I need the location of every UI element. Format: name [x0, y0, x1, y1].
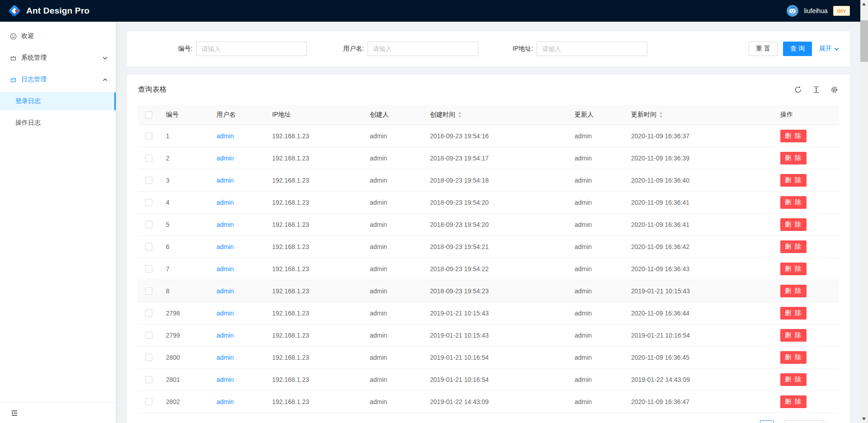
username-link[interactable]: admin: [217, 155, 234, 162]
row-checkbox[interactable]: [145, 221, 152, 228]
cell-creator: admin: [363, 169, 423, 191]
column-header-actions: 操作: [773, 105, 839, 125]
row-checkbox[interactable]: [145, 177, 152, 184]
id-input[interactable]: [196, 42, 307, 56]
cell-id: 2799: [159, 324, 209, 346]
scrollbar-up-arrow-icon[interactable]: [862, 3, 866, 5]
row-checkbox[interactable]: [145, 287, 152, 295]
page-scrollbar[interactable]: [860, 0, 868, 423]
username-link[interactable]: admin: [217, 132, 234, 140]
username-link[interactable]: admin: [217, 177, 234, 184]
header-username[interactable]: liufeihua: [804, 7, 827, 14]
menu-fold-icon[interactable]: [11, 409, 18, 417]
delete-button[interactable]: 删 除: [780, 395, 807, 408]
row-checkbox[interactable]: [145, 376, 152, 383]
expand-link[interactable]: 展开: [819, 45, 839, 53]
column-header-id: 编号: [159, 105, 209, 125]
sidebar-item-label: 系统管理: [21, 54, 47, 62]
cell-actions: 删 除: [773, 147, 839, 169]
cell-ip: 192.168.1.23: [265, 125, 363, 147]
scrollbar-down-arrow-icon[interactable]: [862, 418, 866, 420]
settings-gear-icon[interactable]: [830, 86, 838, 94]
delete-button[interactable]: 删 除: [780, 196, 807, 209]
main-layout: 欢迎 系统管理: [0, 22, 868, 423]
delete-button[interactable]: 删 除: [780, 351, 807, 364]
row-checkbox[interactable]: [145, 354, 152, 361]
row-checkbox-cell: [138, 368, 159, 390]
row-checkbox[interactable]: [145, 132, 152, 140]
sidebar-item-system-management[interactable]: 系统管理: [0, 49, 116, 67]
user-avatar[interactable]: [787, 5, 798, 17]
logo[interactable]: Ant Design Pro: [7, 4, 90, 18]
cell-ip: 192.168.1.23: [265, 213, 363, 235]
reset-button[interactable]: 重 置: [749, 42, 778, 56]
sort-carets-icon[interactable]: [659, 112, 663, 118]
query-button[interactable]: 查 询: [783, 42, 812, 56]
delete-button[interactable]: 删 除: [780, 285, 807, 297]
cell-creator: admin: [363, 213, 423, 235]
username-link[interactable]: admin: [217, 354, 234, 361]
data-table: 编号 用户名 IP地址 创建人 创建时间: [138, 105, 839, 413]
sidebar-item-operation-log[interactable]: 操作日志: [0, 114, 116, 132]
cell-actions: 删 除: [773, 280, 839, 302]
sort-carets-icon[interactable]: [458, 112, 462, 118]
delete-button[interactable]: 删 除: [780, 373, 807, 386]
sidebar-item-label: 登录日志: [15, 97, 41, 105]
reload-icon[interactable]: [794, 86, 802, 94]
column-height-icon[interactable]: [812, 86, 820, 94]
select-all-checkbox[interactable]: [145, 111, 152, 118]
ant-design-logo-icon: [7, 4, 22, 18]
sidebar-item-login-log[interactable]: 登录日志: [0, 92, 116, 110]
column-header-created[interactable]: 创建时间: [423, 105, 567, 125]
username-link[interactable]: admin: [217, 376, 234, 383]
cell-updated: 2019-01-21 10:16:54: [624, 324, 773, 346]
delete-button[interactable]: 删 除: [780, 152, 807, 164]
row-checkbox[interactable]: [145, 265, 152, 273]
header-right: liufeihua dev: [787, 5, 850, 17]
sidebar-item-label: 日志管理: [21, 75, 47, 84]
cell-updated: 2020-11-09 16:36:41: [624, 213, 773, 235]
cell-actions: 删 除: [773, 235, 839, 258]
pagination-page-1-button[interactable]: 1: [760, 420, 774, 423]
row-checkbox[interactable]: [145, 310, 152, 317]
row-checkbox[interactable]: [145, 332, 152, 339]
sidebar: 欢迎 系统管理: [0, 22, 116, 423]
delete-button[interactable]: 删 除: [780, 240, 807, 253]
delete-button[interactable]: 删 除: [780, 218, 807, 231]
username-link[interactable]: admin: [217, 332, 234, 339]
ip-input[interactable]: [537, 42, 647, 56]
cell-updater: admin: [567, 235, 624, 258]
row-checkbox[interactable]: [145, 199, 152, 206]
delete-button[interactable]: 删 除: [780, 329, 807, 342]
username-link[interactable]: admin: [217, 221, 234, 228]
column-header-updated[interactable]: 更新时间: [624, 105, 773, 125]
username-input[interactable]: [368, 42, 478, 56]
delete-button[interactable]: 删 除: [780, 307, 807, 320]
field-username-label: 用户名:: [343, 45, 364, 53]
cell-actions: 删 除: [773, 324, 839, 346]
cell-created: 2018-09-23 19:54:20: [423, 213, 567, 235]
cell-username: admin: [209, 280, 265, 302]
username-link[interactable]: admin: [217, 287, 234, 295]
username-link[interactable]: admin: [217, 199, 234, 206]
delete-button[interactable]: 删 除: [780, 174, 807, 187]
sidebar-item-welcome[interactable]: 欢迎: [0, 27, 116, 45]
username-link[interactable]: admin: [217, 310, 234, 317]
page-size-select[interactable]: [784, 420, 824, 423]
scrollbar-thumb[interactable]: [860, 20, 868, 62]
delete-button[interactable]: 删 除: [780, 130, 807, 142]
row-checkbox[interactable]: [145, 155, 152, 162]
username-link[interactable]: admin: [217, 398, 234, 405]
sidebar-item-log-management[interactable]: 日志管理: [0, 70, 116, 89]
cell-actions: 删 除: [773, 191, 839, 213]
username-link[interactable]: admin: [217, 265, 234, 273]
row-checkbox[interactable]: [145, 243, 152, 250]
table-card: 查询表格: [127, 75, 850, 423]
delete-button[interactable]: 删 除: [780, 263, 807, 275]
app-root: Ant Design Pro liufeihua dev: [0, 0, 868, 423]
row-checkbox[interactable]: [145, 398, 152, 405]
table-row: 3admin192.168.1.23admin2018-09-23 19:54:…: [138, 169, 839, 191]
column-header-updated-label: 更新时间: [631, 111, 656, 119]
cell-updater: admin: [567, 191, 624, 213]
username-link[interactable]: admin: [217, 243, 234, 250]
